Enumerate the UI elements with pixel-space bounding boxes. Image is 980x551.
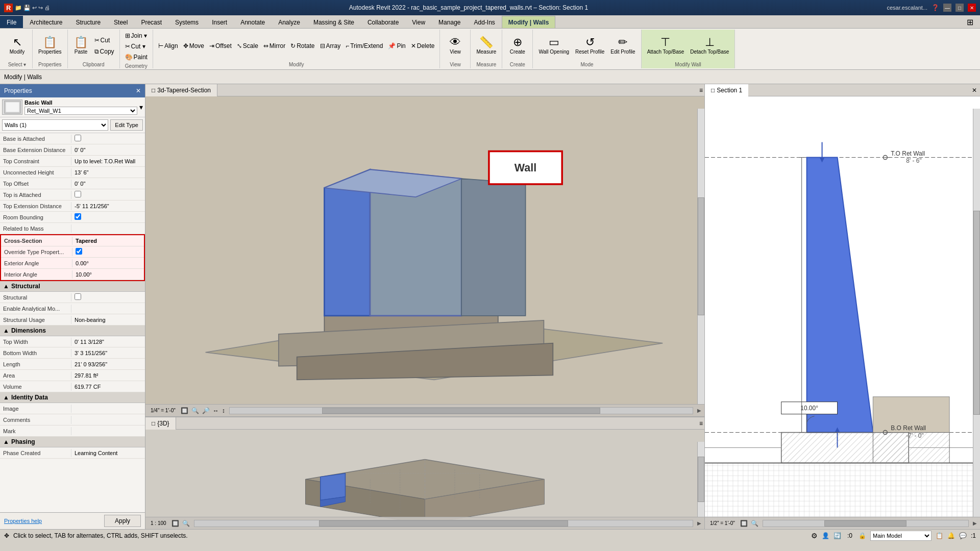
edit-profile-button[interactable]: ✏ Edit Profile [608, 32, 638, 60]
save-icon[interactable]: 💾 [23, 5, 31, 11]
prop-row-top-extension[interactable]: Top Extension Distance -5' 11 21/256" [0, 201, 145, 212]
wall-opening-button[interactable]: ▭ Wall Opening [536, 32, 572, 60]
cut-geometry-button[interactable]: ✂ Cut ▾ [123, 41, 150, 52]
status-active-icon[interactable]: ⚙ [811, 532, 818, 540]
view-3d-bottom-scroll-h[interactable] [194, 520, 693, 527]
room-bounding-checkbox[interactable] [75, 213, 81, 220]
properties-help-link[interactable]: Properties help [4, 518, 42, 524]
view-3d-settings-icon[interactable]: ≡ [698, 85, 704, 95]
view-3d-nav-icon5[interactable]: ↕ [221, 407, 226, 414]
open-icon[interactable]: 📁 [15, 5, 22, 11]
prop-row-bottom-width[interactable]: Bottom Width 3' 3 151/256" [0, 347, 145, 359]
section-scroll-h[interactable] [763, 520, 969, 527]
cut-button[interactable]: ✂ Cut [92, 35, 116, 45]
scale-button[interactable]: ⤡ Scale [235, 41, 260, 51]
paste-button[interactable]: 📋 Paste [71, 32, 91, 60]
status-icon4[interactable]: :1 [971, 532, 976, 539]
view-3d-bottom-settings-icon[interactable]: ≡ [698, 418, 704, 429]
section-canvas[interactable]: T.O Ret Wall 8' - 6" B.O Ret Wall -7' - … [705, 96, 980, 529]
section-nav-icon1[interactable]: 🔲 [739, 520, 749, 527]
prop-row-volume[interactable]: Volume 619.77 CF [0, 381, 145, 392]
offset-button[interactable]: ⇥ Offset [207, 41, 234, 51]
view-3d-tab[interactable]: □ 3d-Tapered-Section [145, 84, 217, 96]
walls-count-select[interactable]: Walls (1) [2, 119, 108, 131]
tab-insert[interactable]: Insert [205, 16, 234, 28]
view-3d-bottom-canvas[interactable]: 1 : 100 🔲 🔍 ▶ [145, 430, 704, 529]
tab-file[interactable]: File [0, 16, 23, 28]
tab-massing[interactable]: Massing & Site [307, 16, 361, 28]
view-button[interactable]: 👁 View [445, 32, 465, 60]
section-close-icon[interactable]: ✕ [969, 85, 980, 95]
prop-row-area[interactable]: Area 297.81 ft² [0, 370, 145, 381]
view-3d-scroll-vertical[interactable] [697, 109, 704, 404]
view-3d-bottom-tab[interactable]: □ {3D} [145, 417, 176, 430]
edit-type-button[interactable]: Edit Type [110, 119, 143, 131]
tab-collaborate[interactable]: Collaborate [361, 16, 405, 28]
tab-annotate[interactable]: Annotate [234, 16, 272, 28]
close-btn[interactable]: ✕ [968, 4, 976, 12]
redo-icon[interactable]: ↪ [38, 5, 43, 11]
type-dropdown-icon[interactable]: ▾ [139, 103, 143, 111]
section-nav-icon2[interactable]: 🔍 [750, 520, 760, 527]
prop-row-length[interactable]: Length 21' 0 93/256" [0, 359, 145, 370]
move-button[interactable]: ✥ Move [181, 41, 206, 51]
status-icon1[interactable]: 📋 [936, 532, 943, 539]
apply-button[interactable]: Apply [104, 515, 141, 527]
tab-context[interactable]: ⊞ [960, 16, 980, 28]
override-type-checkbox[interactable] [76, 248, 82, 255]
attach-top-base-button[interactable]: ⊤ Attach Top/Base [645, 32, 687, 60]
view-3d-scroll-right[interactable]: ▶ [696, 408, 702, 413]
create-button[interactable]: ⊕ Create [507, 32, 528, 60]
trim-button[interactable]: ⌐ Trim/Extend [344, 41, 385, 51]
prop-row-top-width[interactable]: Top Width 0' 11 3/128" [0, 336, 145, 347]
prop-row-phase-created[interactable]: Phase Created Learning Content [0, 447, 145, 459]
array-button[interactable]: ⊟ Array [318, 41, 343, 51]
status-icon3[interactable]: 💬 [959, 532, 967, 539]
tab-architecture[interactable]: Architecture [23, 16, 69, 28]
tab-manage[interactable]: Manage [432, 16, 467, 28]
prop-row-unconnected-height[interactable]: Unconnected Height 13' 6" [0, 167, 145, 178]
tab-steel[interactable]: Steel [107, 16, 134, 28]
dimensions-collapse-icon[interactable]: ▲ [3, 327, 9, 334]
view-3d-nav-icon2[interactable]: 🔍 [190, 407, 200, 414]
type-subname-select[interactable]: Ret_Wall_W1 [24, 107, 137, 115]
base-attached-checkbox[interactable] [75, 135, 81, 141]
rotate-button[interactable]: ↻ Rotate [288, 41, 316, 51]
print-icon[interactable]: 🖨 [44, 5, 50, 11]
join-button[interactable]: ⊞ Join ▾ [123, 31, 150, 41]
detach-top-base-button[interactable]: ⊥ Detach Top/Base [688, 32, 731, 60]
prop-row-interior-angle[interactable]: Interior Angle 10.00° [1, 269, 144, 280]
mirror-button[interactable]: ⇔ Mirror [261, 41, 287, 51]
prop-row-exterior-angle[interactable]: Exterior Angle 0.00° [1, 258, 144, 269]
prop-row-structural-usage[interactable]: Structural Usage Non-bearing [0, 314, 145, 325]
view-bottom-icon1[interactable]: 🔲 [170, 520, 180, 527]
view-3d-bottom-scroll-v[interactable] [697, 442, 704, 517]
tab-structure[interactable]: Structure [69, 16, 107, 28]
view-bottom-scroll-right[interactable]: ▶ [696, 520, 702, 526]
tab-systems[interactable]: Systems [168, 16, 205, 28]
prop-row-base-extension[interactable]: Base Extension Distance 0' 0" [0, 144, 145, 156]
measure-button[interactable]: 📏 Measure [474, 32, 499, 60]
prop-row-cross-section[interactable]: Cross-Section Tapered [1, 235, 144, 246]
delete-button[interactable]: ✕ Delete [409, 41, 437, 51]
reset-profile-button[interactable]: ↺ Reset Profile [573, 32, 607, 60]
view-3d-nav-icon3[interactable]: 🔎 [201, 407, 211, 414]
tab-precast[interactable]: Precast [134, 16, 168, 28]
copy-button[interactable]: ⧉ Copy [92, 46, 116, 57]
properties-button[interactable]: 📋 Properties [36, 32, 64, 60]
view-bottom-icon2[interactable]: 🔍 [181, 520, 191, 527]
undo-icon[interactable]: ↩ [32, 5, 37, 11]
section-scroll-right[interactable]: ▶ [972, 520, 978, 526]
properties-close-icon[interactable]: ✕ [136, 87, 141, 94]
modify-button[interactable]: ↖ Modify [7, 32, 28, 60]
tab-modify-walls[interactable]: Modify | Walls [502, 16, 556, 28]
minimize-btn[interactable]: — [943, 4, 951, 12]
view-3d-scroll-horizontal[interactable] [229, 407, 693, 414]
pin-button[interactable]: 📌 Pin [386, 41, 407, 51]
prop-row-top-offset[interactable]: Top Offset 0' 0" [0, 178, 145, 189]
view-3d-nav-icon4[interactable]: ↔ [212, 407, 220, 414]
section-tab[interactable]: □ Section 1 [705, 84, 748, 96]
status-icon2[interactable]: 🔔 [947, 532, 955, 539]
structural-collapse-icon[interactable]: ▲ [3, 283, 9, 290]
tab-view[interactable]: View [405, 16, 432, 28]
